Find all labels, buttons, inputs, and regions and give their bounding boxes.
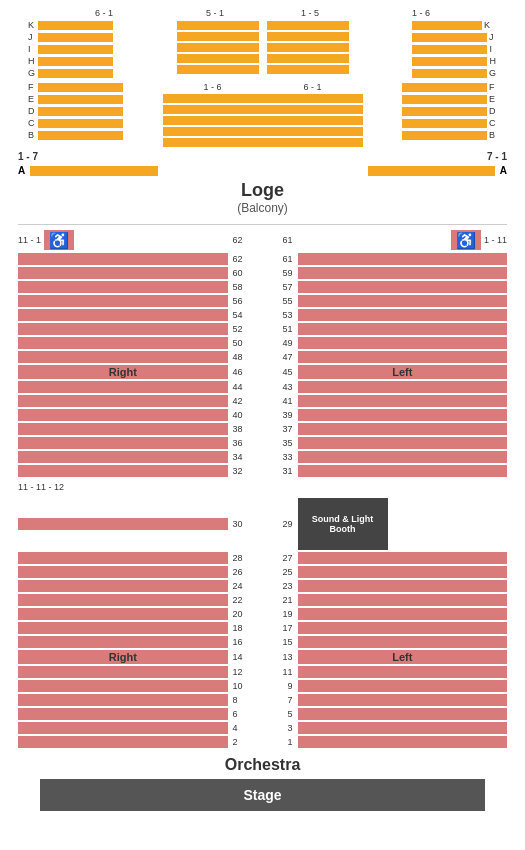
row-e-right-seats[interactable] — [402, 95, 487, 104]
row-i-right-seats[interactable] — [412, 45, 487, 54]
upper-left-seat-strip[interactable] — [18, 465, 228, 477]
center-left-row3[interactable] — [177, 43, 259, 52]
center-right-row3[interactable] — [267, 43, 349, 52]
upper-right-seat-strip[interactable] — [298, 253, 508, 265]
lower-right-seat-strip[interactable] — [298, 594, 508, 606]
loge-sublabel: (Balcony) — [18, 201, 507, 215]
lower-left-seat-strip[interactable] — [18, 636, 228, 648]
upper-left-seat-strip[interactable] — [18, 281, 228, 293]
row-h-seats[interactable] — [38, 57, 113, 66]
lower-left-seat-strip[interactable] — [18, 594, 228, 606]
row-k-seats[interactable] — [38, 21, 113, 30]
center-left-row5[interactable] — [177, 65, 259, 74]
upper-right-seat-strip[interactable] — [298, 451, 508, 463]
upper-right-seat-strip[interactable] — [298, 323, 508, 335]
lower-left-seat-strip[interactable] — [18, 736, 228, 748]
row-d-seats[interactable] — [38, 107, 123, 116]
row-e-seats[interactable] — [38, 95, 123, 104]
lower-left-seat-strip[interactable] — [18, 666, 228, 678]
upper-left-seat-strip[interactable] — [18, 381, 228, 393]
upper-left-seat-strip[interactable] — [18, 267, 228, 279]
row-a-left-seats[interactable] — [30, 166, 157, 176]
center-main-row1[interactable] — [163, 94, 363, 103]
lower-right-seat-strip[interactable] — [298, 694, 508, 706]
lower-left-seat-strip[interactable] — [18, 518, 228, 530]
upper-right-seat-strip[interactable] — [298, 309, 508, 321]
lower-left-seat-strip[interactable] — [18, 552, 228, 564]
row-f-right-seats[interactable] — [402, 83, 487, 92]
lower-left-seat-strip[interactable] — [18, 566, 228, 578]
lower-orchestra-row: 1817 — [18, 622, 507, 634]
center-main-row3[interactable] — [163, 116, 363, 125]
center-left-row1[interactable] — [177, 21, 259, 30]
upper-left-seat-strip[interactable] — [18, 309, 228, 321]
row-a-right-seats[interactable] — [368, 166, 495, 176]
upper-right-seat-strip[interactable] — [298, 295, 508, 307]
center-left-row4[interactable] — [177, 54, 259, 63]
upper-right-seat-strip[interactable] — [298, 423, 508, 435]
upper-right-seat-strip[interactable] — [298, 465, 508, 477]
upper-left-seat-strip[interactable] — [18, 437, 228, 449]
upper-left-seat-strip[interactable] — [18, 295, 228, 307]
center-main-row5[interactable] — [163, 138, 363, 147]
upper-left-seat-strip[interactable] — [18, 423, 228, 435]
upper-right-seat-strip[interactable] — [298, 351, 508, 363]
row-j-seats[interactable] — [38, 33, 113, 42]
upper-left-seat-strip[interactable] — [18, 451, 228, 463]
row-c-right-seats[interactable] — [402, 119, 487, 128]
row-b-seats[interactable] — [38, 131, 123, 140]
lower-right-seat-strip[interactable] — [298, 666, 508, 678]
center-right-row2[interactable] — [267, 32, 349, 41]
row-i-seats[interactable] — [38, 45, 113, 54]
row-k-right-seats[interactable] — [412, 21, 482, 30]
upper-right-seat-strip[interactable] — [298, 281, 508, 293]
lower-left-seat-strip[interactable] — [18, 580, 228, 592]
lower-left-seat-strip[interactable] — [18, 694, 228, 706]
row-g-seats[interactable] — [38, 69, 113, 78]
upper-left-seat-strip[interactable] — [18, 323, 228, 335]
upper-right-section-label: Right — [18, 365, 228, 379]
upper-left-seat-strip[interactable] — [18, 351, 228, 363]
row-b-right-seats[interactable] — [402, 131, 487, 140]
row-g-right-seats[interactable] — [412, 69, 487, 78]
lower-right-seat-strip[interactable] — [298, 566, 508, 578]
upper-left-seat-strip[interactable] — [18, 337, 228, 349]
lower-right-seat-strip[interactable] — [298, 552, 508, 564]
upper-right-seat-strip[interactable] — [298, 437, 508, 449]
upper-right-seat-strip[interactable] — [298, 381, 508, 393]
balcony-right-top: 1 - 6 K J I H G — [412, 8, 507, 78]
center-main-row2[interactable] — [163, 105, 363, 114]
lower-right-seat-strip[interactable] — [298, 708, 508, 720]
upper-right-seat-strip[interactable] — [298, 267, 508, 279]
center-right-row5[interactable] — [267, 65, 349, 74]
upper-right-seat-strip[interactable] — [298, 409, 508, 421]
lower-right-seat-strip[interactable] — [298, 580, 508, 592]
upper-left-seat-strip[interactable] — [18, 409, 228, 421]
lower-seat-number-pair: 1615 — [228, 637, 298, 647]
upper-left-seat-strip[interactable] — [18, 253, 228, 265]
lower-left-seat-strip[interactable] — [18, 622, 228, 634]
lower-left-seat-strip[interactable] — [18, 680, 228, 692]
row-f-seats[interactable] — [38, 83, 123, 92]
lower-left-seat-strip[interactable] — [18, 608, 228, 620]
row-d-right-seats[interactable] — [402, 107, 487, 116]
center-main-row4[interactable] — [163, 127, 363, 136]
lower-right-seat-strip[interactable] — [298, 722, 508, 734]
upper-left-seat-strip[interactable] — [18, 395, 228, 407]
lower-left-seat-strip[interactable] — [18, 722, 228, 734]
lower-right-seat-strip[interactable] — [298, 680, 508, 692]
lower-right-seat-strip[interactable] — [298, 636, 508, 648]
upper-right-seat-strip[interactable] — [298, 395, 508, 407]
lower-right-seat-strip[interactable] — [298, 736, 508, 748]
center-right-row1[interactable] — [267, 21, 349, 30]
center-left-row2[interactable] — [177, 32, 259, 41]
row-h-right-seats[interactable] — [412, 57, 487, 66]
lower-right-seat-strip[interactable] — [298, 608, 508, 620]
row-j-right-seats[interactable] — [412, 33, 487, 42]
lower-left-seat-strip[interactable] — [18, 708, 228, 720]
row-a-area: 1 - 7 7 - 1 — [18, 151, 507, 162]
upper-right-seat-strip[interactable] — [298, 337, 508, 349]
lower-right-seat-strip[interactable] — [298, 622, 508, 634]
center-right-row4[interactable] — [267, 54, 349, 63]
row-c-seats[interactable] — [38, 119, 123, 128]
